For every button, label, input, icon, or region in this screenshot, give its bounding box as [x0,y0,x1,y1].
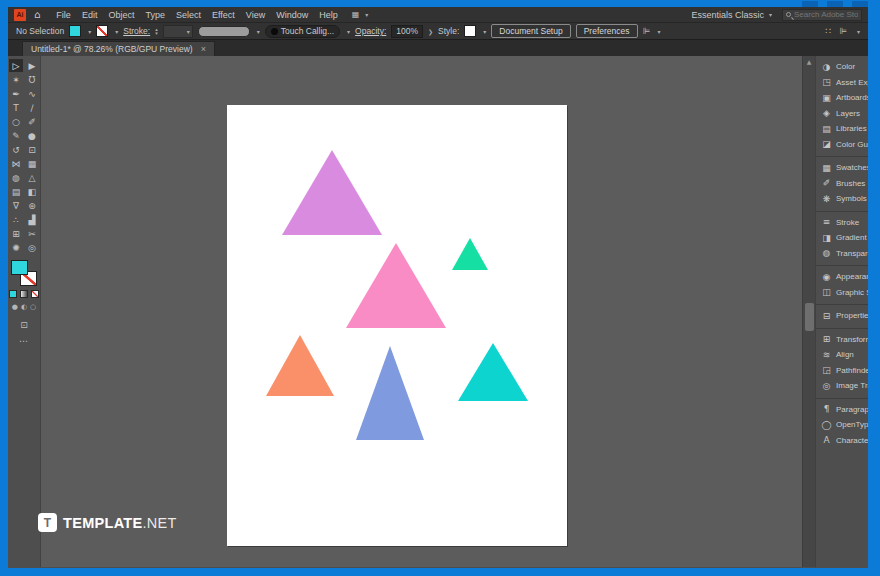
triangle-green[interactable] [452,238,488,270]
panel-item-align[interactable]: ≋Align [816,347,868,363]
menu-window[interactable]: Window [276,10,308,20]
panel-item-properties[interactable]: ⊟Properties [816,308,868,324]
opacity-label[interactable]: Opacity: [355,26,386,36]
panel-item-swatches[interactable]: ▦Swatches [816,160,868,176]
hand-tool[interactable]: ✺ [9,241,23,254]
panel-item-gradient[interactable]: ◨Gradient [816,230,868,246]
perspective-grid-tool[interactable]: △ [25,171,39,184]
eyedropper-tool[interactable]: ∇ [9,199,23,212]
triangle-pink[interactable] [346,243,446,328]
panel-item-image-trace[interactable]: ◎Image Trace [816,378,868,394]
fill-color-swatch[interactable] [69,25,81,37]
chevron-down-icon[interactable]: ▾ [857,28,860,35]
pencil-tool[interactable]: ✎ [9,129,23,142]
direct-selection-tool[interactable]: ▶ [25,59,39,72]
opacity-value[interactable]: 100% [391,25,423,38]
stroke-label[interactable]: Stroke: [123,26,150,36]
none-mode-swatch[interactable] [31,290,39,298]
width-tool[interactable]: ⋈ [9,157,23,170]
stroke-weight-stepper[interactable]: ▴ ▾ [155,27,158,35]
search-input[interactable] [794,10,858,19]
chevron-down-icon[interactable]: ▾ [483,28,486,35]
gradient-mode-swatch[interactable] [20,290,28,298]
chevron-down-icon[interactable]: ▾ [257,28,260,35]
blob-brush-tool[interactable]: ● [25,129,39,142]
line-segment-tool[interactable]: ∕ [25,101,39,114]
panel-item-symbols[interactable]: ❋Symbols [816,191,868,207]
style-swatch[interactable] [464,25,476,37]
arrange-documents-icon[interactable]: ▦ [352,10,360,19]
panel-item-color[interactable]: ◑Color [816,59,868,75]
panel-item-character[interactable]: ACharacter [816,433,868,449]
triangle-cyan[interactable] [458,343,528,401]
preferences-button[interactable]: Preferences [576,24,638,38]
panel-item-paragraph[interactable]: ¶Paragraph [816,402,868,418]
type-tool[interactable]: T [9,101,23,114]
menu-type[interactable]: Type [145,10,165,20]
magic-wand-tool[interactable]: ✶ [9,73,23,86]
symbol-sprayer-tool[interactable]: ∴ [9,213,23,226]
rotate-tool[interactable]: ↺ [9,143,23,156]
panel-item-appearance[interactable]: ◉Appearance [816,269,868,285]
align-options-icon[interactable]: ⊫ [643,26,651,36]
triangle-blue[interactable] [356,346,424,440]
menu-file[interactable]: File [56,10,71,20]
dock-collapse-icon[interactable]: ⊫ [839,26,847,36]
triangle-orchid[interactable] [282,150,382,235]
fill-indicator[interactable] [11,260,28,275]
chevron-down-icon[interactable]: ▾ [365,11,368,18]
menu-view[interactable]: View [246,10,265,20]
shape-tool[interactable]: ○ [9,115,23,128]
maximize-button[interactable] [827,1,843,7]
zoom-tool[interactable]: ◎ [25,241,39,254]
brush-definition-dropdown[interactable]: Touch Callig... [265,25,340,38]
document-tab[interactable]: Untitled-1* @ 78.26% (RGB/GPU Preview) × [22,41,215,56]
vertical-scrollbar[interactable]: ▲ [802,56,815,567]
stroke-color-swatch[interactable] [96,25,108,37]
triangle-orange[interactable] [266,335,334,396]
gradient-tool[interactable]: ◧ [25,185,39,198]
shape-builder-tool[interactable]: ◍ [9,171,23,184]
width-profile-preview[interactable] [198,26,250,37]
lasso-tool[interactable]: Ʊ [25,73,39,86]
document-setup-button[interactable]: Document Setup [491,24,570,38]
draw-mode-icon-2[interactable]: ○ [30,303,36,311]
chevron-down-icon[interactable]: ▾ [115,28,118,35]
chevron-down-icon[interactable]: ▾ [88,28,91,35]
stroke-weight-dropdown[interactable]: ▾ [163,25,193,38]
workspace-switcher[interactable]: Essentials Classic ▾ [691,10,772,20]
panel-item-transform[interactable]: ⊞Transform [816,332,868,348]
minimize-button[interactable] [802,1,818,7]
scroll-up-icon[interactable]: ▲ [803,58,815,65]
menu-object[interactable]: Object [108,10,134,20]
panel-item-libraries[interactable]: ▤Libraries [816,121,868,137]
panel-item-brushes[interactable]: ✐Brushes [816,176,868,192]
panel-item-layers[interactable]: ◈Layers [816,106,868,122]
free-transform-tool[interactable]: ▦ [25,157,39,170]
panel-item-opentype[interactable]: ◯OpenType [816,417,868,433]
chevron-down-icon[interactable]: ▾ [347,28,350,35]
panel-item-transparency[interactable]: ◍Transparency [816,246,868,262]
edit-toolbar-icon[interactable]: ⋯ [19,336,29,346]
close-button[interactable] [852,1,868,7]
home-icon[interactable]: ⌂ [34,9,40,20]
slice-tool[interactable]: ✂ [25,227,39,240]
draw-mode-icon-0[interactable]: ● [12,303,18,311]
menu-select[interactable]: Select [176,10,201,20]
opacity-arrow-icon[interactable]: ❯ [428,28,433,35]
tab-close-icon[interactable]: × [201,44,206,54]
canvas-area[interactable] [41,56,802,567]
draw-mode-icon-1[interactable]: ◐ [21,303,27,311]
scrollbar-thumb[interactable] [805,303,814,331]
mesh-tool[interactable]: ▤ [9,185,23,198]
menu-edit[interactable]: Edit [82,10,98,20]
screen-mode-icon[interactable]: ⊡ [20,320,28,330]
column-graph-tool[interactable]: ▟ [25,213,39,226]
panel-item-color-guide[interactable]: ◪Color Guide [816,137,868,153]
panel-item-graphic-style[interactable]: ◫Graphic Style [816,285,868,301]
app-logo-icon[interactable]: Ai [14,9,26,21]
paintbrush-tool[interactable]: ✐ [25,115,39,128]
panel-item-stroke[interactable]: ≡Stroke [816,215,868,231]
fill-stroke-indicator[interactable] [11,260,37,286]
selection-tool[interactable]: ▷ [9,59,23,72]
